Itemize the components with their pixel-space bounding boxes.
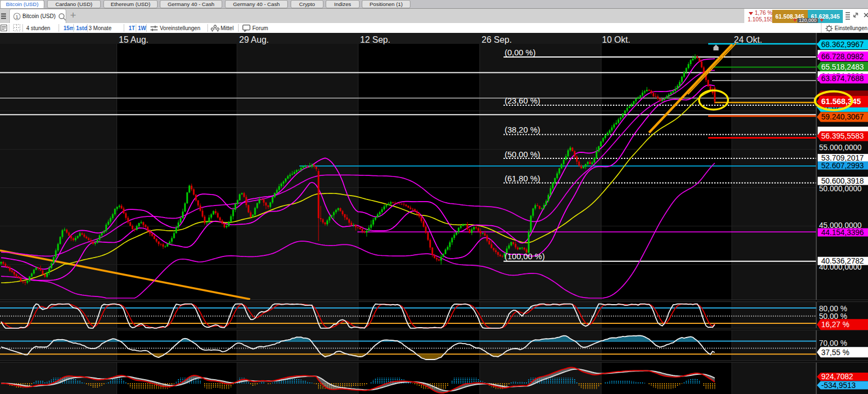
svg-text:52.607,2993: 52.607,2993 — [821, 161, 864, 170]
svg-text:40.536,2782: 40.536,2782 — [821, 256, 864, 265]
svg-text:56.395,5583: 56.395,5583 — [821, 132, 864, 140]
svg-text:(100,00 %): (100,00 %) — [505, 252, 545, 261]
svg-text:65.518,2483: 65.518,2483 — [821, 62, 864, 71]
svg-text:26 Sep.: 26 Sep. — [482, 35, 512, 44]
svg-text:1: 1 — [15, 14, 18, 20]
svg-text:15 Aug.: 15 Aug. — [119, 35, 148, 44]
svg-text:(23,60 %): (23,60 %) — [505, 96, 540, 105]
svg-text:924,7082: 924,7082 — [821, 372, 854, 381]
svg-text:12 Sep.: 12 Sep. — [360, 35, 390, 44]
svg-text:24 Okt.: 24 Okt. — [734, 35, 762, 44]
svg-text:37,55 %: 37,55 % — [821, 348, 849, 357]
svg-text:1,76 %: 1,76 % — [755, 9, 773, 16]
svg-text:70,00 %: 70,00 % — [819, 339, 847, 347]
svg-text:-534,9513: -534,9513 — [821, 381, 856, 390]
svg-text:16,27 %: 16,27 % — [821, 320, 849, 329]
svg-text:61.568,345: 61.568,345 — [821, 97, 861, 106]
svg-text:68.362,9967: 68.362,9967 — [821, 40, 864, 49]
svg-text:120,000: 120,000 — [798, 18, 817, 23]
svg-text:44.154,3396: 44.154,3396 — [821, 228, 864, 237]
svg-text:10 Okt.: 10 Okt. — [602, 35, 630, 44]
svg-text:(61,80 %): (61,80 %) — [505, 174, 540, 183]
svg-text:50.000,0000: 50.000,0000 — [819, 184, 862, 193]
svg-text:(38,20 %): (38,20 %) — [505, 125, 540, 134]
svg-text:55.000,0000: 55.000,0000 — [819, 143, 862, 152]
svg-text:50.600,3918: 50.600,3918 — [821, 176, 864, 185]
svg-text:63.874,7688: 63.874,7688 — [821, 74, 864, 83]
svg-text:1.105,155: 1.105,155 — [748, 16, 773, 22]
svg-text:66.728,0982: 66.728,0982 — [821, 52, 864, 61]
svg-text:59.240,3067: 59.240,3067 — [821, 112, 864, 121]
svg-text:(50,00 %): (50,00 %) — [505, 150, 540, 159]
svg-text:29 Aug.: 29 Aug. — [239, 35, 269, 44]
svg-text:(0,00 %): (0,00 %) — [505, 48, 536, 57]
